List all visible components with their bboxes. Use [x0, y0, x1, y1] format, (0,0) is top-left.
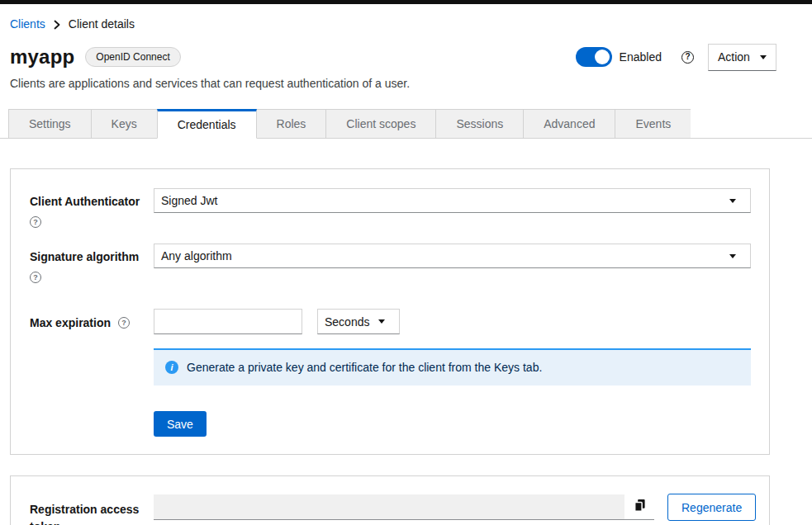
- info-alert-text: Generate a private key and certificate f…: [187, 360, 542, 375]
- copy-button[interactable]: [624, 494, 654, 519]
- save-row: Save: [30, 411, 751, 437]
- time-unit-value: Seconds: [325, 315, 369, 329]
- registration-token-label: Registration access token?: [30, 494, 145, 525]
- signature-algorithm-select[interactable]: Any algorithm: [154, 244, 751, 268]
- page-header: myapp OpenID Connect Enabled ? Action: [10, 42, 776, 72]
- info-alert: i Generate a private key and certificate…: [154, 348, 751, 385]
- tab-credentials[interactable]: Credentials: [157, 109, 257, 139]
- registration-token-card: Registration access token? Regenerate: [10, 475, 770, 525]
- page-description: Clients are applications and services th…: [10, 77, 812, 91]
- page-title: myapp: [10, 45, 74, 69]
- client-authenticator-row: Client Authenticator ? Signed Jwt: [30, 188, 751, 228]
- toggle-knob: [595, 50, 610, 64]
- tab-events[interactable]: Events: [615, 109, 691, 139]
- signature-algorithm-row: Signature algorithm ? Any algorithm: [30, 244, 751, 283]
- breadcrumb-current: Client details: [69, 17, 135, 32]
- caret-down-icon: [378, 319, 385, 324]
- client-protocol-badge: OpenID Connect: [85, 47, 180, 67]
- tab-sessions[interactable]: Sessions: [435, 109, 523, 139]
- tab-settings[interactable]: Settings: [8, 109, 91, 139]
- max-expiration-help-icon[interactable]: ?: [118, 317, 130, 329]
- signature-algorithm-help-icon[interactable]: ?: [30, 272, 41, 283]
- copy-icon: [634, 499, 646, 515]
- signature-algorithm-label: Signature algorithm ?: [30, 244, 154, 283]
- max-expiration-input[interactable]: [154, 309, 302, 334]
- caret-down-icon: [729, 199, 736, 203]
- registration-token-input: [154, 494, 624, 519]
- tab-keys[interactable]: Keys: [91, 109, 157, 139]
- breadcrumb-chevron-icon: [53, 20, 61, 30]
- info-icon: i: [165, 361, 178, 374]
- tabs-spacer: [0, 109, 8, 139]
- breadcrumb: Clients Client details: [10, 17, 812, 32]
- regenerate-button[interactable]: Regenerate: [667, 494, 756, 521]
- client-authenticator-label: Client Authenticator ?: [30, 188, 154, 228]
- tabs-bar: Settings Keys Credentials Roles Client s…: [0, 109, 812, 139]
- client-authenticator-select[interactable]: Signed Jwt: [154, 188, 751, 213]
- caret-down-icon: [760, 55, 767, 59]
- client-authenticator-help-icon[interactable]: ?: [30, 216, 41, 228]
- enabled-toggle[interactable]: [576, 47, 612, 67]
- registration-token-input-group: [154, 494, 654, 520]
- time-unit-select[interactable]: Seconds: [317, 309, 400, 334]
- tabs-spacer: [691, 109, 812, 139]
- caret-down-icon: [729, 254, 736, 258]
- action-dropdown-label: Action: [718, 50, 750, 64]
- client-authenticator-value: Signed Jwt: [161, 194, 217, 207]
- breadcrumb-link-clients[interactable]: Clients: [10, 17, 45, 32]
- signature-algorithm-value: Any algorithm: [161, 249, 232, 262]
- tab-roles[interactable]: Roles: [257, 109, 326, 139]
- save-button[interactable]: Save: [154, 411, 207, 437]
- enabled-label: Enabled: [620, 50, 662, 64]
- tab-client-scopes[interactable]: Client scopes: [325, 109, 435, 139]
- credentials-card: Client Authenticator ? Signed Jwt Signat…: [10, 168, 770, 455]
- enabled-help-icon[interactable]: ?: [681, 51, 694, 64]
- max-expiration-row: Max expiration ? Seconds: [30, 309, 751, 334]
- registration-token-row: Registration access token? Regenerate: [30, 494, 751, 525]
- action-dropdown[interactable]: Action: [708, 44, 776, 71]
- tab-advanced[interactable]: Advanced: [523, 109, 615, 139]
- masthead-bar: [0, 0, 812, 4]
- info-alert-row: i Generate a private key and certificate…: [30, 348, 751, 385]
- max-expiration-label: Max expiration ?: [30, 309, 154, 329]
